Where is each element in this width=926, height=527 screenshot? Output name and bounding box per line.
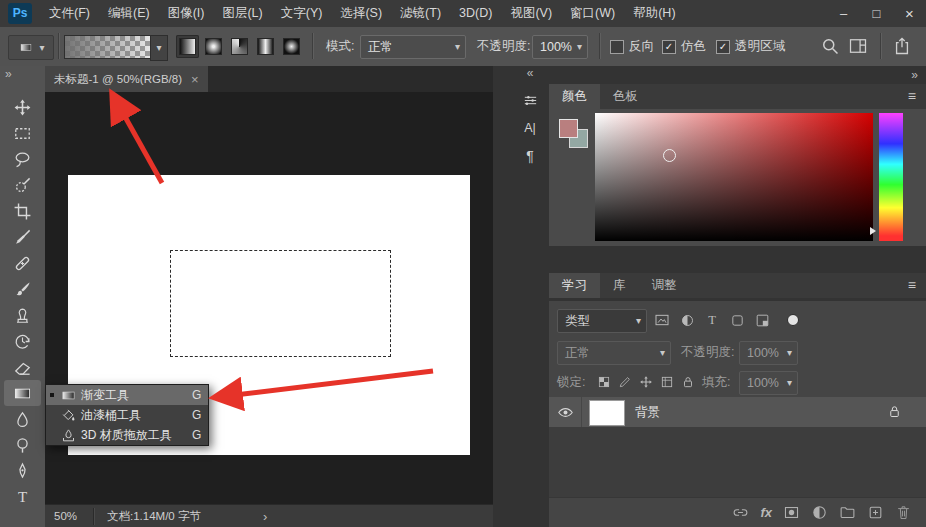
saturation-brightness-field[interactable]	[595, 113, 873, 241]
panel-menu-icon[interactable]: ≡	[908, 84, 916, 109]
angle-gradient-button[interactable]	[228, 35, 251, 58]
add-mask-button[interactable]	[783, 504, 800, 521]
toolbar-expand-button[interactable]: »	[5, 67, 12, 81]
dodge-tool[interactable]	[0, 432, 45, 458]
tool-preset-picker[interactable]: ▾	[8, 35, 54, 60]
flyout-item-3d-material-drop-tool[interactable]: 3D 材质拖放工具 G	[46, 425, 208, 445]
maximize-button[interactable]: □	[860, 0, 893, 27]
opacity-select[interactable]: 100% ▾	[532, 35, 588, 59]
menu-item-help[interactable]: 帮助(H)	[624, 0, 684, 27]
filter-type-layers-button[interactable]	[701, 311, 723, 329]
layer-thumbnail[interactable]	[589, 400, 625, 426]
filter-smart-objects-button[interactable]	[751, 311, 773, 329]
crop-tool[interactable]	[0, 198, 45, 224]
character-panel-button[interactable]: A|	[516, 116, 544, 140]
color-cursor[interactable]	[663, 149, 676, 162]
new-adjustment-layer-button[interactable]	[811, 504, 828, 521]
workspace-button[interactable]	[848, 36, 868, 56]
blend-mode-select[interactable]: 正常 ▾	[360, 35, 466, 59]
link-layers-button[interactable]	[732, 504, 749, 521]
new-group-button[interactable]	[839, 504, 856, 521]
brush-tool[interactable]	[0, 276, 45, 302]
flyout-item-gradient-tool[interactable]: 渐变工具 G	[46, 385, 208, 405]
menu-item-view[interactable]: 视图(V)	[501, 0, 561, 27]
gradient-tool[interactable]	[4, 380, 41, 406]
share-button[interactable]	[892, 36, 912, 56]
layer-opacity-select[interactable]: 100% ▾	[739, 341, 798, 365]
zoom-level[interactable]: 50%	[54, 505, 77, 527]
collapse-panels-button[interactable]: »	[911, 68, 918, 82]
layer-name[interactable]: 背景	[635, 397, 660, 427]
expand-panels-button[interactable]: «	[512, 66, 548, 84]
filter-pixel-layers-button[interactable]	[651, 311, 673, 329]
search-button[interactable]	[820, 36, 840, 56]
clone-stamp-tool[interactable]	[0, 302, 45, 328]
tab-color[interactable]: 颜色	[549, 84, 600, 109]
type-tool[interactable]	[0, 484, 45, 510]
lock-image-button[interactable]	[616, 374, 634, 390]
pen-tool[interactable]	[0, 458, 45, 484]
menu-item-image[interactable]: 图像(I)	[159, 0, 214, 27]
filter-shape-layers-button[interactable]	[726, 311, 748, 329]
minimize-button[interactable]: –	[827, 0, 860, 27]
tab-adjustments[interactable]: 调整	[639, 273, 690, 298]
tab-swatches[interactable]: 色板	[600, 84, 651, 109]
menu-item-select[interactable]: 选择(S)	[331, 0, 391, 27]
status-expand-icon[interactable]: ›	[263, 505, 267, 527]
flyout-item-paint-bucket-tool[interactable]: 油漆桶工具 G	[46, 405, 208, 425]
menu-item-type[interactable]: 文字(Y)	[272, 0, 332, 27]
gradient-sample[interactable]	[64, 35, 152, 59]
move-tool[interactable]	[0, 94, 45, 120]
lock-all-button[interactable]	[679, 374, 697, 390]
eraser-tool[interactable]	[0, 354, 45, 380]
menu-item-file[interactable]: 文件(F)	[40, 0, 99, 27]
lock-transparency-button[interactable]	[595, 374, 613, 390]
fill-select[interactable]: 100% ▾	[739, 371, 798, 395]
layer-style-button[interactable]: fx	[760, 505, 772, 520]
reverse-checkbox[interactable]: 反向	[610, 27, 654, 66]
gradient-picker-dropdown[interactable]: ▾	[150, 35, 168, 61]
layer-filter-select[interactable]: 类型 ▾	[557, 309, 647, 333]
document-size-info[interactable]: 文档:1.14M/0 字节	[107, 505, 201, 527]
blur-tool[interactable]	[0, 406, 45, 432]
tab-libraries[interactable]: 库	[600, 273, 639, 298]
panel-menu-icon[interactable]: ≡	[908, 273, 916, 298]
delete-layer-button[interactable]	[895, 504, 912, 521]
document-tab[interactable]: 未标题-1 @ 50%(RGB/8) ×	[45, 66, 208, 92]
hue-slider-thumb[interactable]	[870, 227, 876, 235]
menu-item-filter[interactable]: 滤镜(T)	[391, 0, 450, 27]
layer-blend-mode-select[interactable]: 正常 ▾	[557, 341, 671, 365]
layer-visibility-toggle[interactable]	[549, 397, 582, 427]
tab-learn[interactable]: 学习	[549, 273, 600, 298]
lasso-tool[interactable]	[0, 146, 45, 172]
filter-adjustment-layers-button[interactable]	[676, 311, 698, 329]
menu-item-window[interactable]: 窗口(W)	[561, 0, 624, 27]
history-brush-tool[interactable]	[0, 328, 45, 354]
menu-item-edit[interactable]: 编辑(E)	[99, 0, 159, 27]
object-selection-tool[interactable]	[0, 172, 45, 198]
rectangular-marquee-tool[interactable]	[0, 120, 45, 146]
linear-gradient-button[interactable]	[176, 35, 199, 58]
foreground-color-swatch[interactable]	[559, 119, 578, 138]
dither-checkbox[interactable]: ✓ 仿色	[662, 27, 706, 66]
filter-toggle-icon[interactable]	[787, 314, 799, 326]
close-button[interactable]: ×	[893, 0, 926, 27]
brush-settings-panel-button[interactable]	[516, 88, 544, 112]
menu-item-3d[interactable]: 3D(D)	[450, 0, 501, 27]
eyedropper-tool[interactable]	[0, 224, 45, 250]
new-layer-button[interactable]	[867, 504, 884, 521]
reflected-gradient-button[interactable]	[254, 35, 277, 58]
paragraph-panel-button[interactable]: ¶	[516, 144, 544, 168]
menu-item-layer[interactable]: 图层(L)	[213, 0, 271, 27]
lock-position-button[interactable]	[637, 374, 655, 390]
layer-row-background[interactable]: 背景	[549, 397, 926, 427]
radial-gradient-button[interactable]	[202, 35, 225, 58]
layers-panel-body: 类型 ▾ 正常 ▾ 不透明度: 100% ▾ 锁定: 填	[549, 301, 926, 527]
tab-close-icon[interactable]: ×	[191, 72, 199, 87]
foreground-background-swatches[interactable]	[559, 119, 589, 149]
diamond-gradient-button[interactable]	[280, 35, 303, 58]
hue-slider[interactable]	[879, 113, 903, 241]
transparency-checkbox[interactable]: ✓ 透明区域	[716, 27, 785, 66]
spot-healing-brush-tool[interactable]	[0, 250, 45, 276]
lock-artboard-button[interactable]	[658, 374, 676, 390]
